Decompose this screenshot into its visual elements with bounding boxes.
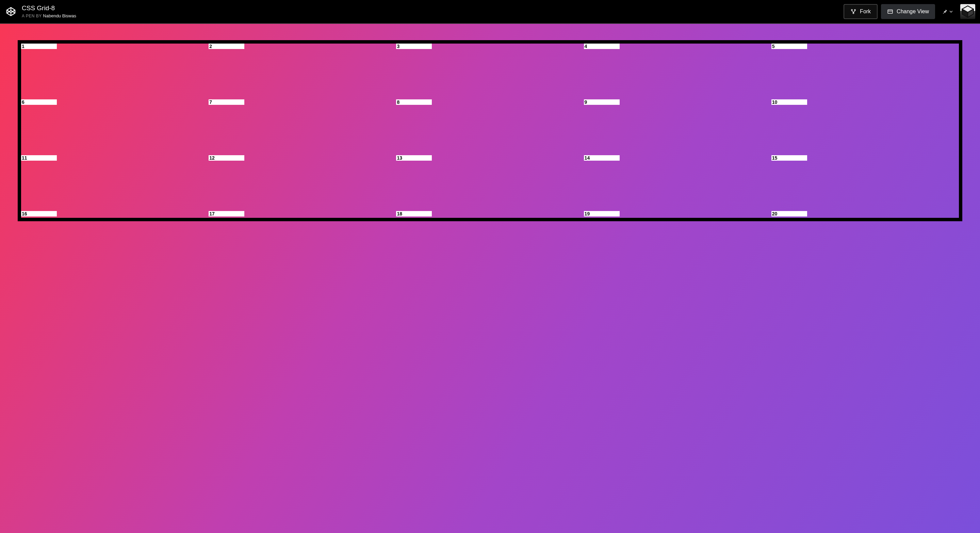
grid-item-label: 4 — [584, 44, 620, 49]
grid-item-label: 7 — [208, 99, 244, 105]
grid-item-label: 15 — [772, 155, 807, 161]
chevron-down-icon — [950, 10, 953, 13]
grid-cell: 15 — [772, 155, 959, 211]
grid-item-label: 12 — [208, 155, 244, 161]
grid-cell: 16 — [21, 211, 208, 218]
change-view-label: Change View — [897, 8, 929, 14]
pin-dropdown[interactable] — [938, 4, 956, 19]
grid-cell: 6 — [21, 99, 208, 155]
grid-item-label: 19 — [584, 211, 620, 216]
fork-icon — [850, 8, 856, 14]
grid-cell: 20 — [772, 211, 959, 218]
grid-item-label: 16 — [21, 211, 57, 216]
grid-item-label: 17 — [208, 211, 244, 216]
grid-item-label: 9 — [584, 99, 620, 105]
grid-cell: 19 — [584, 211, 772, 218]
grid-cell: 7 — [208, 99, 396, 155]
grid-cell: 2 — [208, 44, 396, 99]
codepen-header: CSS Grid-8 A PEN BY Nabendu Biswas Fork … — [0, 0, 980, 24]
pen-title[interactable]: CSS Grid-8 — [22, 5, 76, 12]
grid-item-label: 6 — [21, 99, 57, 105]
grid-item-label: 1 — [21, 44, 57, 49]
grid-cell: 12 — [208, 155, 396, 211]
grid-item-label: 20 — [772, 211, 807, 216]
grid-item-label: 3 — [396, 44, 432, 49]
grid-cell: 8 — [396, 99, 584, 155]
svg-rect-6 — [888, 10, 892, 14]
grid-cell: 18 — [396, 211, 584, 218]
codepen-logo[interactable] — [5, 5, 17, 18]
grid-item-label: 5 — [772, 44, 807, 49]
pen-author[interactable]: Nabendu Biswas — [43, 13, 76, 18]
pen-subtitle: A PEN BY Nabendu Biswas — [22, 13, 76, 18]
grid-item-label: 11 — [21, 155, 57, 161]
title-block: CSS Grid-8 A PEN BY Nabendu Biswas — [22, 5, 76, 18]
grid-cell: 3 — [396, 44, 584, 99]
grid-cell: 10 — [772, 99, 959, 155]
result-area: 1 2 3 4 5 6 7 8 9 10 11 12 13 14 15 16 1… — [0, 24, 980, 533]
grid-item-label: 2 — [208, 44, 244, 49]
pin-icon — [941, 8, 948, 15]
grid-cell: 1 — [21, 44, 208, 99]
grid-item-label: 13 — [396, 155, 432, 161]
fork-button-label: Fork — [860, 8, 871, 14]
grid-item-label: 10 — [772, 99, 807, 105]
avatar[interactable] — [960, 4, 975, 19]
grid-cell: 17 — [208, 211, 396, 218]
grid-item-label: 18 — [396, 211, 432, 216]
grid-cell: 13 — [396, 155, 584, 211]
pen-sub-prefix: A PEN BY — [22, 14, 41, 18]
layout-icon — [887, 8, 893, 14]
codepen-logo-icon — [6, 6, 16, 17]
grid-item-label: 14 — [584, 155, 620, 161]
grid-cell: 14 — [584, 155, 772, 211]
grid-cell: 9 — [584, 99, 772, 155]
grid-cell: 5 — [772, 44, 959, 99]
grid-cell: 11 — [21, 155, 208, 211]
avatar-cube-icon — [961, 5, 975, 18]
fork-button[interactable]: Fork — [843, 4, 878, 19]
grid-container: 1 2 3 4 5 6 7 8 9 10 11 12 13 14 15 16 1… — [18, 40, 962, 221]
change-view-button[interactable]: Change View — [881, 4, 935, 19]
grid-cell: 4 — [584, 44, 772, 99]
grid-item-label: 8 — [396, 99, 432, 105]
